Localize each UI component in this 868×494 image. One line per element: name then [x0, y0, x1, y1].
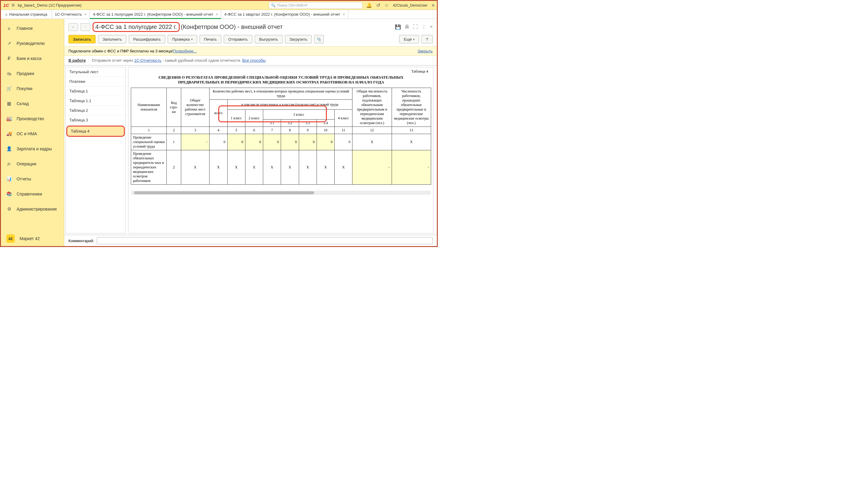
close-icon[interactable]: ×: [343, 12, 345, 17]
toolbar: Записать Заполнить Расшифровать Проверка…: [64, 34, 437, 46]
print-button[interactable]: Печать: [200, 35, 222, 43]
payroll-icon: 👤: [6, 146, 12, 152]
nav-back-button[interactable]: ←: [69, 23, 78, 31]
import-button[interactable]: Загрузить: [285, 35, 312, 43]
save-disk-icon[interactable]: 💾: [395, 24, 401, 30]
cell-name: Проведение специальной оценки условий тр…: [131, 134, 167, 150]
sidebar-label: Банк и касса: [17, 56, 41, 61]
cell[interactable]: -: [392, 150, 431, 185]
tab-4fss-q1[interactable]: 4-ФСС за 1 квартал 2022 г. (Конфетпром О…: [221, 10, 348, 19]
sidebar-item-market[interactable]: 42Маркет 42: [1, 231, 64, 246]
table-label: Таблица 4: [128, 67, 434, 74]
fill-button[interactable]: Заполнить: [98, 35, 126, 43]
sidebar-item-reports[interactable]: 📊Отчеты: [1, 171, 64, 187]
tab-home[interactable]: ⌂ Начальная страница: [1, 10, 52, 19]
cell[interactable]: 0: [317, 134, 334, 150]
sidebar-item-stock[interactable]: ▦Склад: [1, 96, 64, 111]
hamburger-icon[interactable]: ≡: [12, 2, 15, 8]
cell[interactable]: 0: [210, 134, 227, 150]
sidebar-item-catalogs[interactable]: 📚Справочники: [1, 187, 64, 202]
menu-icon[interactable]: ≡: [432, 3, 434, 8]
stock-icon: ▦: [6, 101, 12, 106]
cell[interactable]: 0: [334, 134, 352, 150]
cell[interactable]: 0: [245, 134, 263, 150]
sidebar-item-main[interactable]: ≡Главное: [1, 21, 64, 36]
send-button[interactable]: Отправить: [224, 35, 252, 43]
assets-icon: 🚚: [6, 131, 12, 136]
sidebar-label: Зарплата и кадры: [17, 146, 52, 151]
h-scrollbar[interactable]: [131, 191, 431, 195]
help-button[interactable]: ?: [421, 35, 433, 43]
more-icon[interactable]: ⋮: [421, 24, 426, 30]
page-title: 4-ФСС за 1 полугодие 2022 г. (Конфетпром…: [93, 22, 283, 32]
cell: X: [263, 150, 281, 185]
sidebar-label: Склад: [17, 101, 29, 106]
cell[interactable]: 0: [281, 134, 299, 150]
close-icon[interactable]: ×: [85, 12, 87, 17]
decode-button[interactable]: Расшифровать: [129, 35, 165, 43]
comment-input[interactable]: [97, 237, 433, 244]
nav-forward-button[interactable]: →: [80, 23, 90, 31]
status-state[interactable]: В работе: [69, 58, 86, 63]
close-icon[interactable]: ×: [430, 24, 433, 30]
sidebar-item-purchases[interactable]: 🛒Покупки: [1, 81, 64, 96]
sidebar-item-bank[interactable]: ₽Банк и касса: [1, 51, 64, 66]
sidebar-item-manager[interactable]: ↗Руководителю: [1, 36, 64, 51]
sidebar-label: Справочники: [17, 192, 42, 196]
th-class4: 4 класс: [334, 110, 352, 127]
manager-icon: ↗: [6, 41, 12, 46]
print-icon[interactable]: 🖶: [404, 24, 410, 30]
section-title-page[interactable]: Титульный лист: [66, 67, 125, 77]
search-icon: 🔍: [271, 3, 275, 7]
tab-4fss-h1[interactable]: 4-ФСС за 1 полугодие 2022 г. (Конфетпром…: [90, 10, 221, 19]
sidebar-item-admin[interactable]: ⚙Администрирование: [1, 202, 64, 216]
tab-1c-report[interactable]: 1С-Отчетность ×: [52, 10, 90, 19]
sidebar-item-sales[interactable]: 🛍Продажи: [1, 66, 64, 81]
status-link-all[interactable]: Все способы: [242, 58, 266, 63]
cell: X: [227, 150, 245, 185]
colnum: 1: [131, 127, 167, 134]
status-link-1c[interactable]: 1С-Отчетность: [134, 58, 161, 63]
sidebar-item-production[interactable]: 🏭Производство: [1, 111, 64, 126]
more-button[interactable]: Еще: [399, 35, 419, 43]
section-table3[interactable]: Таблица 3: [66, 115, 125, 125]
cell[interactable]: 0: [263, 134, 281, 150]
export-button[interactable]: Выгрузить: [255, 35, 283, 43]
history-icon[interactable]: ↺: [376, 2, 380, 8]
colnum: 13: [392, 127, 431, 134]
section-table2[interactable]: Таблица 2: [66, 106, 125, 115]
tab-label: 4-ФСС за 1 квартал 2022 г. (Конфетпром О…: [224, 12, 340, 17]
info-banner: Подключите обмен с ФСС и ПФР бесплатно н…: [64, 46, 437, 56]
section-list: Титульный лист Платежи Таблица 1 Таблица…: [66, 67, 126, 233]
report-area: Таблица 4 СВЕДЕНИЯ О РЕЗУЛЬТАТАХ ПРОВЕДЕ…: [128, 67, 434, 233]
search-input[interactable]: 🔍 Поиск Ctrl+Shift+F: [269, 2, 362, 9]
banner-link[interactable]: Подробнее...: [173, 49, 197, 53]
cell[interactable]: -: [352, 150, 392, 185]
save-button[interactable]: Записать: [69, 35, 95, 43]
th-code: Код стро-ки: [167, 88, 181, 127]
user-label[interactable]: 42Clouds_DemoUser: [393, 3, 428, 7]
sidebar-label: Продажи: [17, 71, 34, 76]
sidebar-item-operations[interactable]: ДтОперации: [1, 156, 64, 171]
banner-close[interactable]: Закрыть: [418, 49, 433, 53]
report-table: Наименование показателя Код стро-ки Обще…: [131, 88, 431, 185]
section-table4[interactable]: Таблица 4: [66, 126, 125, 137]
bell-icon[interactable]: 🔔: [366, 2, 372, 8]
sidebar-item-payroll[interactable]: 👤Зарплата и кадры: [1, 141, 64, 156]
cell[interactable]: 0: [227, 134, 245, 150]
status-row: В работе Отправьте отчет через 1С-Отчетн…: [64, 56, 437, 66]
section-payments[interactable]: Платежи: [66, 77, 125, 87]
close-icon[interactable]: ×: [216, 12, 218, 17]
cell-code: 2: [167, 150, 181, 185]
cell[interactable]: 0: [299, 134, 317, 150]
sidebar-item-assets[interactable]: 🚚ОС и НМА: [1, 126, 64, 141]
star-icon[interactable]: ☆: [384, 2, 388, 8]
colnum: 5: [227, 127, 245, 134]
check-button[interactable]: Проверка: [168, 35, 197, 43]
cell[interactable]: -: [181, 134, 210, 150]
attach-button[interactable]: 📎: [314, 35, 324, 43]
title-row: ← → 4-ФСС за 1 полугодие 2022 г. (Конфет…: [64, 19, 437, 34]
section-table1-1[interactable]: Таблица 1.1: [66, 96, 125, 106]
zoom-icon[interactable]: ⛶: [413, 24, 418, 30]
section-table1[interactable]: Таблица 1: [66, 87, 125, 96]
